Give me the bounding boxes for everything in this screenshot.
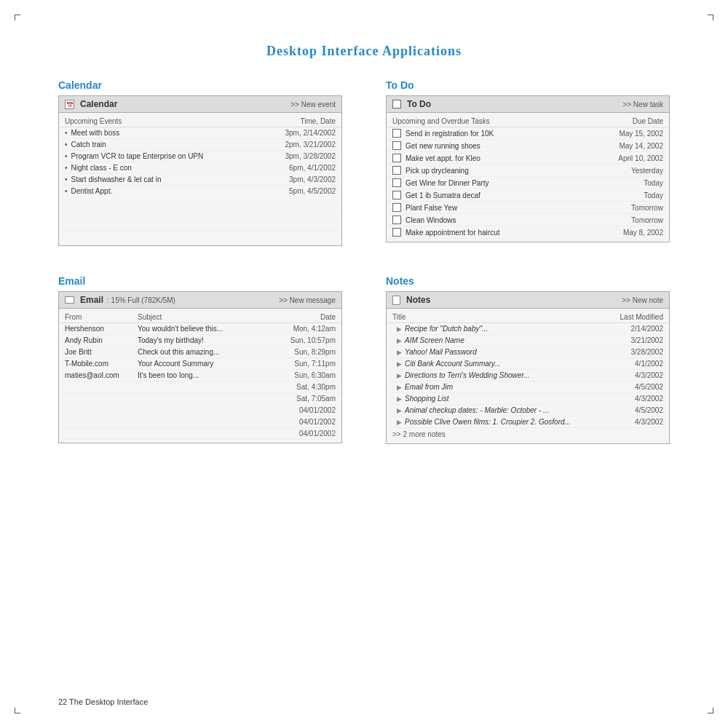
notes-item-date: 3/21/2002	[631, 336, 664, 344]
notes-arrow-icon: ▶	[397, 325, 402, 333]
todo-title: To Do	[392, 99, 431, 109]
todo-item-row[interactable]: Get 1 ib Sumatra decaf Today	[387, 189, 669, 202]
notes-item-title: Animal checkup dates: - Marble: October …	[405, 406, 549, 414]
calendar-event-value: 6pm, 4/1/2002	[289, 164, 336, 172]
notes-item-row[interactable]: ▶ AIM Screen Name 3/21/2002	[387, 335, 669, 347]
todo-item-row[interactable]: Get new running shoes May 14, 2002	[387, 140, 669, 152]
email-date-only: 04/01/2002	[299, 406, 336, 414]
email-date: Sun, 7:11pm	[263, 360, 336, 368]
notes-item-row[interactable]: ▶ Animal checkup dates: - Marble: Octobe…	[387, 405, 669, 416]
notes-header: Notes >> New note	[387, 292, 669, 309]
calendar-header: 📅 Calendar >> New event	[59, 96, 341, 113]
email-title: Email : 15% Full (782K/5M)	[65, 295, 175, 305]
calendar-empty-row	[59, 232, 341, 242]
email-subject: Your Account Summary	[138, 360, 263, 368]
calendar-empty-row	[59, 197, 341, 208]
todo-item-date: May 8, 2002	[623, 229, 663, 237]
notes-section: Notes Notes >> New note Title Last Modif…	[386, 275, 670, 444]
todo-new-link[interactable]: >> New task	[622, 100, 663, 108]
todo-item-row[interactable]: Send in registration for 10K May 15, 200…	[387, 127, 669, 140]
notes-item-title: Yahoo! Mail Password	[405, 348, 477, 356]
notes-item-left: ▶ Recipe for "Dutch baby"...	[397, 325, 631, 333]
calendar-widget: 📅 Calendar >> New event Upcoming Events …	[58, 95, 342, 246]
calendar-event-row[interactable]: Night class - E con 6pm, 4/1/2002	[59, 162, 341, 174]
notes-new-link[interactable]: >> New note	[622, 296, 663, 304]
todo-item-date: April 10, 2002	[618, 154, 663, 162]
calendar-body: Upcoming Events Time, Date Meet with bos…	[59, 113, 341, 245]
email-new-link[interactable]: >> New message	[279, 296, 336, 304]
todo-checkbox[interactable]	[392, 215, 401, 224]
email-date: Sun, 8:29pm	[263, 348, 336, 356]
todo-items-list: Send in registration for 10K May 15, 200…	[387, 127, 669, 239]
todo-item-label: Plant False Yew	[405, 204, 457, 212]
todo-item-row[interactable]: Make vet appt. for Kleo April 10, 2002	[387, 152, 669, 165]
notes-item-row[interactable]: ▶ Directions to Terri's Wedding Shower..…	[387, 370, 669, 381]
calendar-event-row[interactable]: Catch train 2pm, 3/21/2002	[59, 139, 341, 151]
notes-arrow-icon: ▶	[397, 407, 402, 414]
calendar-event-row[interactable]: Start dishwasher & let cat in 3pm, 4/3/2…	[59, 174, 341, 186]
todo-checkbox[interactable]	[392, 191, 401, 199]
email-date-row: 04/01/2002	[59, 405, 341, 416]
todo-item-row[interactable]: Get Wine for Dinner Party Today	[387, 177, 669, 189]
email-subject: Today's my birthday!	[138, 336, 263, 344]
todo-item-row[interactable]: Make appointment for haircut May 8, 2002	[387, 226, 669, 239]
notes-item-row[interactable]: ▶ Shopping List 4/3/2002	[387, 393, 669, 405]
calendar-section-label: Calendar	[58, 79, 342, 91]
page-footer: 22 The Desktop Interface	[58, 697, 148, 706]
calendar-event-row[interactable]: Dentist Appt. 5pm, 4/5/2002	[59, 186, 341, 197]
todo-checkbox[interactable]	[392, 203, 401, 212]
notes-section-label: Notes	[386, 275, 670, 287]
todo-checkbox[interactable]	[392, 141, 401, 150]
calendar-event-value: 3pm, 2/14/2002	[285, 129, 336, 137]
todo-item-left: Pick up drycleaning	[392, 166, 624, 175]
email-message-row[interactable]: Andy Rubin Today's my birthday! Sun, 10:…	[59, 335, 341, 347]
notes-more-link[interactable]: >> 2 more notes	[387, 428, 669, 440]
todo-checkbox[interactable]	[392, 166, 401, 175]
email-from: Hershenson	[65, 325, 138, 333]
notes-items-list: ▶ Recipe for "Dutch baby"... 2/14/2002 ▶…	[387, 323, 669, 428]
todo-item-row[interactable]: Clean Windows Tomorrow	[387, 214, 669, 226]
email-date: Sun, 6:30am	[263, 371, 336, 379]
email-message-row[interactable]: Joe Britt Check out this amazing... Sun,…	[59, 347, 341, 358]
notes-item-date: 2/14/2002	[631, 325, 664, 333]
calendar-event-row[interactable]: Meet with boss 3pm, 2/14/2002	[59, 127, 341, 139]
email-section: Email Email : 15% Full (782K/5M) >> New …	[58, 275, 342, 444]
notes-title: Notes	[392, 295, 430, 305]
todo-item-left: Get Wine for Dinner Party	[392, 178, 636, 187]
corner-mark-tl	[15, 15, 20, 20]
notes-arrow-icon: ▶	[397, 349, 402, 356]
notes-item-row[interactable]: ▶ Yahoo! Mail Password 3/28/2002	[387, 347, 669, 358]
todo-checkbox[interactable]	[392, 228, 401, 237]
notes-item-title: AIM Screen Name	[405, 336, 464, 344]
notes-item-left: ▶ Email from Jim	[397, 383, 635, 391]
calendar-section: Calendar 📅 Calendar >> New event Upcomin…	[58, 79, 342, 246]
todo-item-label: Clean Windows	[405, 216, 456, 224]
email-from: Joe Britt	[65, 348, 138, 356]
email-usage: : 15% Full (782K/5M)	[107, 296, 175, 304]
todo-item-row[interactable]: Plant False Yew Tomorrow	[387, 202, 669, 214]
calendar-event-row[interactable]: Program VCR to tape Enterprise on UPN 3p…	[59, 151, 341, 162]
email-header: Email : 15% Full (782K/5M) >> New messag…	[59, 292, 341, 309]
notes-item-row[interactable]: ▶ Recipe for "Dutch baby"... 2/14/2002	[387, 323, 669, 335]
todo-item-row[interactable]: Pick up drycleaning Yesterday	[387, 165, 669, 177]
email-date-row: Sat, 4:30pm	[59, 381, 341, 393]
notes-item-row[interactable]: ▶ Email from Jim 4/5/2002	[387, 381, 669, 393]
email-message-row[interactable]: maties@aol.com It's been too long... Sun…	[59, 370, 341, 381]
notes-item-row[interactable]: ▶ Possible Clive Owen films: 1. Croupier…	[387, 416, 669, 428]
todo-checkbox[interactable]	[392, 154, 401, 162]
calendar-new-link[interactable]: >> New event	[290, 100, 336, 108]
email-message-row[interactable]: Hershenson You wouldn't believe this... …	[59, 323, 341, 335]
email-message-row[interactable]: T-Mobile.com Your Account Summary Sun, 7…	[59, 358, 341, 370]
todo-checkbox[interactable]	[392, 129, 401, 138]
todo-item-left: Clean Windows	[392, 215, 624, 224]
todo-checkbox[interactable]	[392, 178, 401, 187]
calendar-empty-row	[59, 220, 341, 232]
notes-item-row[interactable]: ▶ Citi Bank Account Summary... 4/1/2002	[387, 358, 669, 370]
notes-item-title: Recipe for "Dutch baby"...	[405, 325, 488, 333]
todo-item-left: Make appointment for haircut	[392, 228, 616, 237]
todo-item-left: Send in registration for 10K	[392, 129, 612, 138]
email-date: Sun, 10:57pm	[263, 336, 336, 344]
todo-item-left: Get 1 ib Sumatra decaf	[392, 191, 636, 199]
todo-widget: To Do >> New task Upcoming and Overdue T…	[386, 95, 670, 242]
email-date-only: Sat, 7:05am	[296, 395, 336, 403]
